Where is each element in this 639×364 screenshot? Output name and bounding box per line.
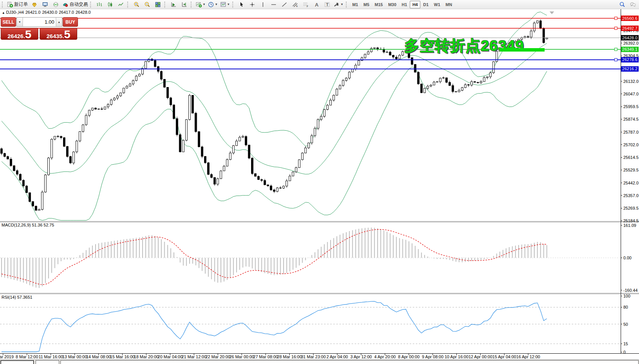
- chart-tab[interactable]: [36, 360, 59, 364]
- toolbar-grip: [2, 2, 5, 8]
- chevron-down-icon[interactable]: ▼: [341, 3, 344, 6]
- crosshair-icon: [249, 2, 255, 8]
- signals-button[interactable]: [50, 0, 61, 9]
- cursor-button[interactable]: [236, 0, 247, 9]
- chevron-down-icon[interactable]: ▼: [215, 3, 218, 6]
- chart-tab[interactable]: [0, 360, 34, 364]
- svg-text:100: 100: [623, 294, 630, 298]
- one-click-trade-widget: SELL ▼ ▲ BUY 26426.5 26435.5: [1, 17, 78, 40]
- buy-button[interactable]: BUY: [63, 17, 78, 27]
- time-axis: 7 Mar 20198 Mar 12:0011 Mar 16:0013 Mar …: [0, 353, 540, 359]
- svg-text:25702.0: 25702.0: [623, 142, 639, 147]
- line-end-marker: [615, 48, 617, 51]
- svg-text:26278.6: 26278.6: [622, 57, 637, 62]
- line-chart-button[interactable]: [115, 0, 126, 9]
- svg-text:26392.0: 26392.0: [623, 41, 639, 45]
- horizontal-line-button[interactable]: [268, 0, 279, 9]
- toolbar-grip: [232, 2, 235, 8]
- chat-button[interactable]: [628, 0, 638, 9]
- svg-text:4 Apr 20:00: 4 Apr 20:00: [374, 354, 396, 359]
- svg-text:26 Mar 00:00: 26 Mar 00:00: [229, 354, 254, 359]
- timeframe-m30-button[interactable]: M30: [386, 1, 399, 8]
- svg-text:-160.44: -160.44: [623, 288, 637, 293]
- auto-trading-button[interactable]: 自动交易: [61, 0, 89, 9]
- svg-text:7 Mar 2019: 7 Mar 2019: [0, 354, 14, 359]
- text-label-button[interactable]: T: [322, 0, 332, 9]
- chart-tab[interactable]: [60, 360, 639, 364]
- vertical-line-button[interactable]: [258, 0, 268, 9]
- timeframe-m5-button[interactable]: M5: [361, 1, 372, 8]
- svg-text:21 Mar 12:00: 21 Mar 12:00: [182, 354, 206, 359]
- svg-text:31 Mar 23:00: 31 Mar 23:00: [301, 354, 326, 359]
- crosshair-button[interactable]: [247, 0, 258, 9]
- chart-shift-button[interactable]: [179, 0, 190, 9]
- svg-text:22 Mar 20:00: 22 Mar 20:00: [206, 354, 230, 359]
- main-chart[interactable]: 26477.026392.026304.526132.026047.025959…: [0, 0, 639, 364]
- svg-text:25442.0: 25442.0: [623, 181, 639, 185]
- chevron-down-icon[interactable]: ▼: [203, 3, 206, 6]
- svg-text:26492.7: 26492.7: [622, 26, 637, 31]
- svg-text:9 Apr 08:00: 9 Apr 08:00: [422, 354, 443, 359]
- arrows-button[interactable]: ▼: [332, 0, 345, 9]
- svg-text:15: 15: [623, 341, 628, 346]
- cursor-icon: [238, 2, 245, 8]
- auto-scroll-button[interactable]: [168, 0, 179, 9]
- svg-text:25787.0: 25787.0: [623, 130, 639, 134]
- volume-down-button[interactable]: ▼: [17, 18, 23, 26]
- quote-low: 26417.0: [59, 10, 74, 15]
- bollinger-lower-line: [2, 67, 547, 220]
- toolbar-grip: [346, 2, 349, 8]
- toolbar-grip: [127, 2, 130, 8]
- sell-button[interactable]: SELL: [1, 17, 16, 27]
- svg-text:28 Mar 16:00: 28 Mar 16:00: [277, 354, 302, 359]
- svg-text:16 Apr 12:00: 16 Apr 12:00: [516, 354, 540, 359]
- timeframe-m15-button[interactable]: M15: [372, 1, 385, 8]
- market-watch-button[interactable]: [40, 0, 50, 9]
- template-icon: [220, 2, 226, 8]
- tile-windows-button[interactable]: [152, 0, 163, 9]
- svg-text:25184.5: 25184.5: [623, 218, 639, 223]
- volume-up-button[interactable]: ▲: [56, 18, 62, 26]
- chart-shift-icon: [181, 2, 187, 8]
- new-order-button[interactable]: 新订单: [6, 0, 29, 9]
- svg-text:15 Apr 04:00: 15 Apr 04:00: [492, 354, 516, 359]
- trendline-button[interactable]: [279, 0, 290, 9]
- timeframe-m1-button[interactable]: M1: [350, 1, 361, 8]
- timeframe-h4-button[interactable]: H4: [410, 1, 420, 8]
- macd-label: MACD(12,26,9) 51.36 52.75: [2, 223, 54, 227]
- bid-price[interactable]: 26426.5: [1, 28, 38, 40]
- ask-price[interactable]: 26435.5: [40, 28, 77, 40]
- timeframe-h1-button[interactable]: H1: [399, 1, 410, 8]
- signals-icon: [53, 2, 59, 8]
- deposit-button[interactable]: [29, 0, 40, 9]
- periods-button[interactable]: ▼: [207, 0, 219, 9]
- svg-text:25269.5: 25269.5: [623, 206, 639, 210]
- rsi-axis: 1008050150: [621, 294, 630, 354]
- timeframe-mn-button[interactable]: MN: [443, 1, 455, 8]
- chat-icon: [630, 2, 636, 8]
- bollinger-middle-line: [2, 43, 547, 174]
- chevron-down-icon[interactable]: ▼: [227, 3, 230, 6]
- indicators-button[interactable]: ▼: [195, 0, 207, 9]
- svg-text:25357.0: 25357.0: [623, 193, 639, 198]
- search-button[interactable]: [617, 0, 628, 9]
- equidistant-channel-button[interactable]: E: [290, 0, 300, 9]
- clock-icon: [208, 2, 214, 8]
- market-watch-icon: [42, 2, 48, 8]
- collapse-triangle-icon[interactable]: ▲: [2, 11, 5, 15]
- timeframe-d1-button[interactable]: D1: [420, 1, 431, 8]
- svg-text:80: 80: [623, 305, 628, 309]
- candlestick-icon: [107, 2, 113, 8]
- zoom-in-button[interactable]: [131, 0, 142, 9]
- templates-button[interactable]: ▼: [219, 0, 231, 9]
- svg-text:14 Mar 08:00: 14 Mar 08:00: [86, 354, 111, 359]
- trendline-icon: [281, 2, 287, 8]
- candlesticks-button[interactable]: [105, 0, 115, 9]
- pivot-annotation-text: 多空转折点26349: [404, 36, 524, 56]
- zoom-out-button[interactable]: [142, 0, 152, 9]
- timeframe-w1-button[interactable]: W1: [431, 1, 443, 8]
- fibonacci-button[interactable]: F: [300, 0, 311, 9]
- bar-chart-button[interactable]: [94, 0, 105, 9]
- text-button[interactable]: A: [311, 0, 322, 9]
- volume-input[interactable]: [23, 18, 56, 26]
